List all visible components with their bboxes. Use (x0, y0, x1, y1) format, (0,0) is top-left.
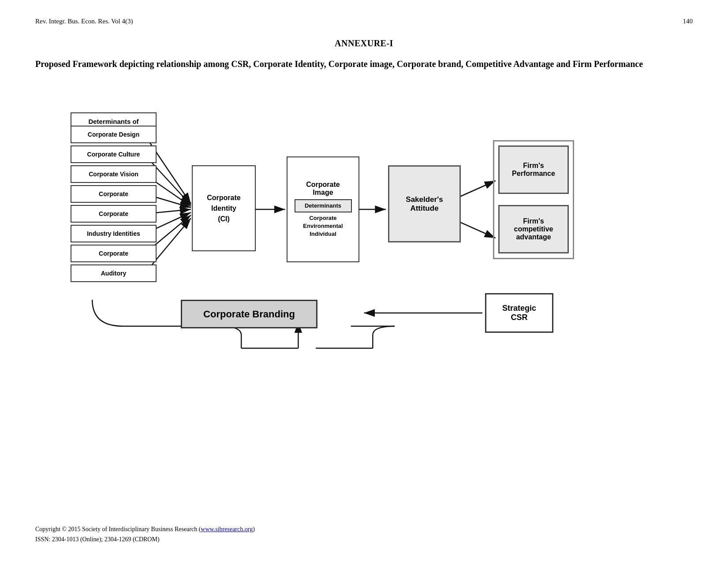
copyright-line: Copyright © 2015 Society of Interdiscipl… (35, 525, 255, 534)
strategic-csr-box: Strategic CSR (485, 293, 553, 333)
left-box-3: Corporate Vision (71, 165, 157, 183)
determinants-inner-box: Determinants (295, 199, 352, 212)
left-box-4: Corporate (71, 185, 157, 203)
left-box-6: Industry Identities (71, 225, 157, 242)
svg-line-13 (456, 220, 495, 238)
diagram-area: Determinants of Corporate Design Corpora… (35, 88, 693, 361)
ci-line3: (CI) (218, 214, 230, 224)
firms-competitive-box: Firm's competitive advantage (498, 205, 569, 253)
page: Rev. Integr. Bus. Econ. Res. Vol 4(3) 14… (0, 0, 728, 562)
footer-link[interactable]: www.sibresearch.org (201, 526, 253, 532)
left-box-7: Corporate (71, 245, 157, 262)
sakelder-box: Sakelder's Attitude (388, 165, 461, 242)
page-number: 140 (683, 18, 693, 25)
firms-perf-line2: Performance (512, 170, 555, 178)
firms-perf-line1: Firm's (523, 162, 544, 170)
left-box-1: Corporate Design (71, 126, 157, 143)
strategic-csr-line1: Strategic (502, 304, 536, 313)
corp-image-label: Corporate Image (306, 181, 340, 197)
corporate-branding-box: Corporate Branding (181, 300, 317, 328)
journal-ref: Rev. Integr. Bus. Econ. Res. Vol 4(3) (35, 18, 133, 25)
corp-env-individual: CorporateEnvironmentalIndividual (303, 214, 343, 238)
left-box-8: Auditory (71, 264, 157, 282)
sakelder-line1: Sakelder's (406, 195, 443, 204)
footer: Copyright © 2015 Society of Interdiscipl… (35, 525, 255, 544)
sakelder-line2: Attitude (410, 204, 438, 213)
ci-box: Corporate Identity (CI) (192, 165, 256, 251)
strategic-csr-line2: CSR (511, 313, 527, 322)
determinants-header-label: Determinants of (88, 118, 138, 125)
firms-comp-line1: Firm's (523, 217, 544, 225)
firms-comp-line2: competitive (514, 225, 553, 233)
left-box-2: Corporate Culture (71, 145, 157, 163)
left-box-5: Corporate (71, 205, 157, 223)
ci-line1: Corporate (207, 193, 240, 203)
firms-performance-box: Firm's Performance (498, 145, 569, 194)
section-title: ANNEXURE-I (35, 38, 693, 48)
firms-comp-line3: advantage (516, 233, 551, 241)
ci-line2: Identity (211, 203, 236, 214)
svg-line-12 (456, 181, 495, 198)
framework-title: Proposed Framework depicting relationshi… (35, 57, 693, 71)
issn-line: ISSN: 2304-1013 (Online); 2304-1269 (CDR… (35, 535, 255, 544)
corp-image-outer-box: Corporate Image Determinants CorporateEn… (287, 156, 359, 262)
header: Rev. Integr. Bus. Econ. Res. Vol 4(3) 14… (35, 18, 693, 25)
